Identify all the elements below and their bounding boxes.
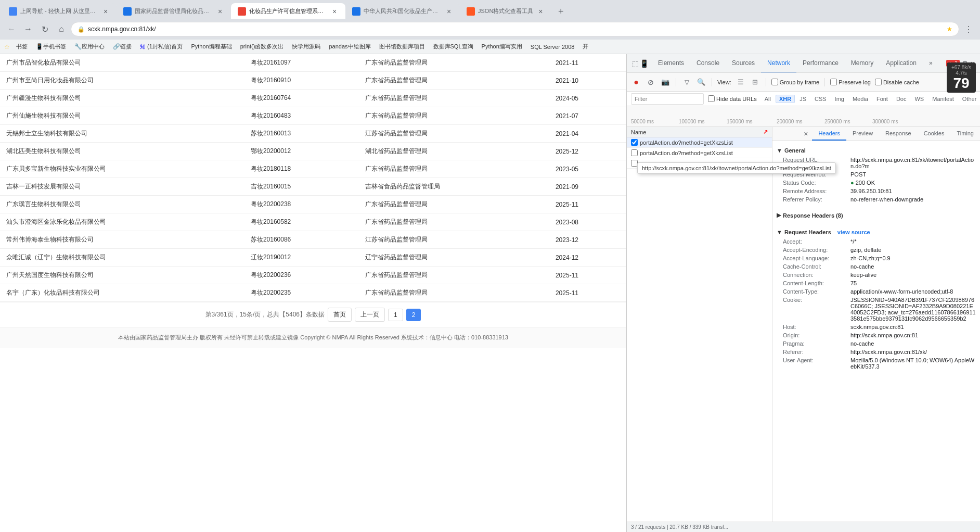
filter-img[interactable]: Img	[831, 95, 848, 103]
camera-button[interactable]: 📷	[660, 77, 670, 87]
prev-page-button[interactable]: 上一页	[355, 308, 385, 322]
table-row: 湖北匹美生物科技有限公司 鄂妆20200012 湖北省药品监督管理局 2025-…	[0, 143, 626, 160]
bookmark-python[interactable]: Python编程基础	[188, 42, 235, 52]
back-button[interactable]: ←	[4, 22, 19, 36]
remote-address-row: Remote Address: 39.96.250.10:81	[777, 187, 976, 195]
clear-button[interactable]: ⊘	[646, 77, 656, 87]
filter-media[interactable]: Media	[849, 95, 872, 103]
bookmark-apps[interactable]: 🔧应用中心	[71, 42, 108, 52]
request-headers-title[interactable]: ▼ Request Headers view source	[777, 227, 976, 237]
bookmarks-star-icon: ☆	[4, 43, 10, 50]
disable-cache-checkbox[interactable]: Disable cache	[875, 79, 919, 85]
bookmark-sqlserver[interactable]: SQL Server 2008	[527, 43, 578, 51]
preserve-log-checkbox[interactable]: Preserve log	[830, 79, 871, 85]
device-icon[interactable]: 📱	[640, 59, 649, 68]
tab-application[interactable]: Application	[880, 54, 923, 73]
tab-performance[interactable]: Performance	[796, 54, 845, 73]
bookmark-phone[interactable]: 📱手机书签	[33, 42, 69, 52]
record-button[interactable]: ●	[631, 77, 641, 87]
hide-data-urls-checkbox[interactable]: Hide data URLs	[708, 95, 757, 102]
bookmark-shujian[interactable]: 书签	[13, 42, 31, 52]
tab-1-close[interactable]: ×	[101, 7, 110, 16]
detail-tab-preview[interactable]: Preview	[846, 127, 879, 141]
network-item-1-checkbox[interactable]	[631, 139, 638, 146]
company-cell: 广州仙施生物科技有限公司	[0, 107, 244, 125]
bookmark-zhihu[interactable]: 知(1封私信)首页	[137, 42, 186, 52]
tab-4-close[interactable]: ×	[445, 7, 453, 16]
forward-button[interactable]: →	[21, 22, 35, 36]
authority-cell: 湖北省药品监督管理局	[359, 143, 549, 160]
filter-button[interactable]: ▽	[681, 77, 692, 87]
detail-tab-cookies[interactable]: Cookies	[918, 127, 951, 141]
url-box[interactable]: 🔒 scxk.nmpa.gov.cn:81/xk/ ★	[71, 22, 959, 36]
bookmark-kuaixue[interactable]: 快学用源码	[289, 42, 324, 52]
tab-sources[interactable]: Sources	[726, 54, 761, 73]
general-section-title[interactable]: ▼ General	[777, 145, 976, 156]
license-cell: 苏妆20160086	[244, 231, 359, 249]
detail-tab-response[interactable]: Response	[879, 127, 918, 141]
group-by-frame-label: Group by frame	[780, 79, 819, 85]
tab-more[interactable]: »	[923, 54, 939, 73]
tab-3-close[interactable]: ×	[330, 7, 339, 16]
search-button[interactable]: 🔍	[696, 77, 706, 87]
tab-2-close[interactable]: ×	[216, 7, 224, 16]
network-item-2[interactable]: portalAction.do?method=getXkzsList	[627, 148, 772, 158]
bookmark-pandas[interactable]: pandas中绘图库	[326, 42, 373, 52]
devtools-status-bar: 3 / 21 requests | 20.7 KB / 339 KB trans…	[627, 522, 980, 532]
tab-2-favicon	[123, 7, 132, 16]
detail-tab-headers[interactable]: Headers	[812, 127, 846, 141]
view-list-button[interactable]: ☰	[736, 77, 746, 87]
tab-5-close[interactable]: ×	[536, 7, 545, 16]
tab-memory[interactable]: Memory	[845, 54, 880, 73]
filter-xhr[interactable]: XHR	[776, 95, 795, 103]
extensions-button[interactable]: ⋮	[961, 22, 976, 36]
inspect-icon[interactable]: ⬚	[632, 59, 639, 68]
filter-other[interactable]: Other	[959, 95, 980, 103]
tab-3[interactable]: 化妆品生产许可信息管理系统服务平... ×	[231, 3, 345, 19]
timeline-200k: 200000 ms	[777, 119, 802, 124]
header-key: Accept-Encoding:	[783, 247, 850, 253]
tab-5[interactable]: JSON格式化查看工具 ×	[460, 3, 551, 19]
response-headers-title[interactable]: ▶ Response Headers (8)	[777, 210, 976, 221]
filter-input[interactable]	[631, 93, 704, 105]
bookmark-sql[interactable]: 数据库SQL查询	[430, 42, 476, 52]
bookmark-kai[interactable]: 开	[579, 42, 591, 52]
timeline-250k: 250000 ms	[824, 119, 850, 124]
detail-close-button[interactable]: ×	[800, 128, 812, 140]
tab-3-favicon	[238, 7, 246, 16]
filter-font[interactable]: Font	[873, 95, 892, 103]
tab-4[interactable]: 中华人民共和国化妆品生产许可证 ×	[345, 3, 460, 19]
company-cell: 广州市至尚日用化妆品有限公司	[0, 72, 244, 90]
bookmark-links[interactable]: 🔗链接	[110, 42, 135, 52]
license-cell: 粤妆20200238	[244, 196, 359, 213]
filter-ws[interactable]: WS	[911, 95, 927, 103]
tab-elements[interactable]: Elements	[652, 54, 690, 73]
tab-1[interactable]: 上网导航 - 轻快上网 从这里开始 ×	[2, 3, 117, 19]
bookmark-print[interactable]: print()函数多次出	[237, 42, 287, 52]
network-item-2-checkbox[interactable]	[631, 149, 638, 156]
detail-tab-timing[interactable]: Timing	[950, 127, 980, 141]
address-bar: ← → ↻ ⌂ 🔒 scxk.nmpa.gov.cn:81/xk/ ★ ⋮	[0, 19, 980, 40]
status-code-val: ● 200 OK	[850, 180, 976, 186]
new-tab-button[interactable]: +	[553, 4, 568, 19]
filter-doc[interactable]: Doc	[893, 95, 910, 103]
first-page-button[interactable]: 首页	[328, 308, 352, 322]
filter-js[interactable]: JS	[796, 95, 810, 103]
tab-console[interactable]: Console	[690, 54, 726, 73]
page-2-button[interactable]: 2	[406, 309, 421, 321]
date-cell: 2023-12	[549, 231, 626, 249]
network-item-1[interactable]: portalAction.do?method=getXkzsList	[627, 137, 772, 148]
page-1-button[interactable]: 1	[388, 309, 403, 321]
tab-2[interactable]: 国家药品监督管理局化妆品生产许可... ×	[117, 3, 231, 19]
bookmark-pythonsh[interactable]: Python编写实用	[479, 42, 525, 52]
filter-css[interactable]: CSS	[811, 95, 830, 103]
view-source-link[interactable]: view source	[837, 229, 870, 235]
view-large-button[interactable]: ⊞	[750, 77, 760, 87]
filter-manifest[interactable]: Manifest	[929, 95, 958, 103]
home-button[interactable]: ⌂	[54, 22, 69, 36]
group-by-frame-checkbox[interactable]: Group by frame	[771, 79, 819, 85]
tab-network[interactable]: Network	[761, 54, 796, 73]
bookmark-library[interactable]: 图书馆数据库项目	[376, 42, 428, 52]
reload-button[interactable]: ↻	[37, 22, 52, 36]
filter-all[interactable]: All	[761, 95, 775, 103]
